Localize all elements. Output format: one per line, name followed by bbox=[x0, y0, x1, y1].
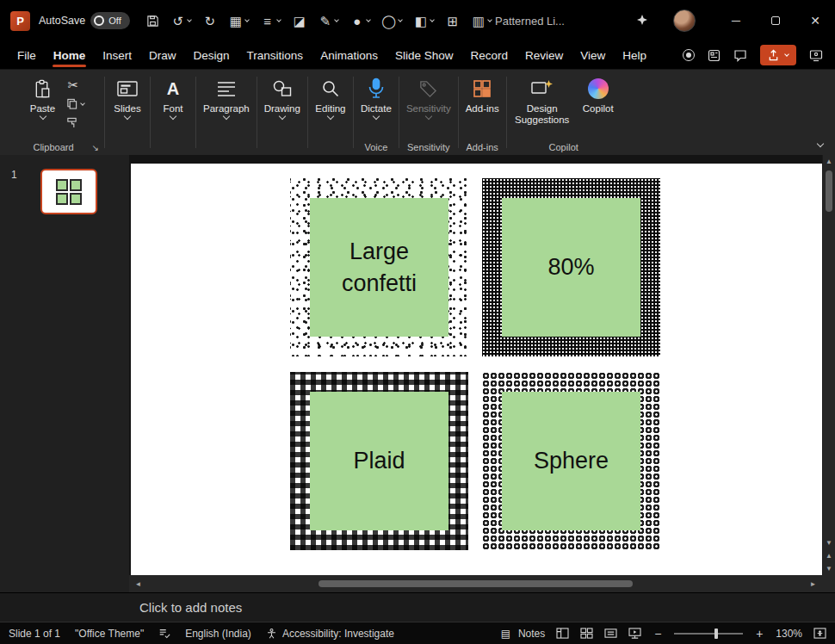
tab-file[interactable]: File bbox=[9, 41, 45, 69]
divider bbox=[506, 77, 507, 148]
quick-access-toolbar: ↺ ↻ ▦ ≡ ◪ ✎ ● ◯ ◧ ⊞ ▥ bbox=[142, 8, 496, 34]
slide-thumbnail-1[interactable] bbox=[40, 169, 97, 214]
pen-button[interactable]: ✎ bbox=[313, 8, 343, 34]
tab-transitions[interactable]: Transitions bbox=[238, 41, 312, 69]
normal-view-button[interactable] bbox=[556, 628, 569, 639]
table-button[interactable]: ▦ bbox=[224, 8, 253, 34]
autosave-toggle[interactable]: Off bbox=[90, 12, 130, 29]
designer-icon[interactable] bbox=[708, 49, 721, 62]
slide-count-indicator[interactable]: Slide 1 of 1 bbox=[9, 628, 60, 640]
copilot-group-label: Copilot bbox=[549, 139, 578, 155]
editing-button[interactable]: Editing bbox=[311, 74, 350, 120]
tab-draw[interactable]: Draw bbox=[140, 41, 185, 69]
copilot-sparkle-icon[interactable] bbox=[635, 14, 649, 28]
shape-text: 80% bbox=[547, 251, 594, 282]
record-icon[interactable] bbox=[683, 49, 695, 61]
comments-icon[interactable] bbox=[733, 49, 747, 62]
shape-80-percent[interactable]: 80% bbox=[482, 178, 660, 356]
save-button[interactable] bbox=[142, 8, 164, 34]
format-painter-button[interactable] bbox=[66, 116, 84, 129]
notes-placeholder[interactable]: Click to add notes bbox=[139, 600, 242, 615]
spellcheck-button[interactable] bbox=[158, 628, 170, 640]
content-area: 1 Large confetti 80% bbox=[0, 155, 835, 575]
chevron-down-icon bbox=[398, 17, 403, 22]
powerpoint-logo-icon[interactable]: P bbox=[10, 11, 30, 31]
save-icon bbox=[146, 15, 159, 28]
font-button[interactable]: A Font bbox=[153, 74, 193, 120]
dictate-button[interactable]: Dictate bbox=[356, 74, 396, 120]
user-avatar[interactable] bbox=[673, 9, 696, 32]
eraser-button[interactable]: ◪ bbox=[288, 8, 311, 34]
paste-button[interactable]: Paste bbox=[23, 74, 63, 120]
tab-home[interactable]: Home bbox=[45, 41, 95, 69]
tab-record[interactable]: Record bbox=[461, 41, 516, 69]
scroll-right-arrow[interactable]: ► bbox=[807, 578, 820, 591]
fill-color-icon: ◧ bbox=[413, 15, 428, 28]
design-suggestions-button[interactable]: Design Suggestions bbox=[510, 74, 575, 127]
previous-slide-button[interactable]: ▲ bbox=[823, 549, 835, 562]
copilot-button[interactable]: Copilot bbox=[578, 74, 618, 115]
slide-sorter-view-button[interactable] bbox=[580, 628, 593, 639]
zoom-slider-thumb[interactable] bbox=[714, 629, 718, 639]
vertical-scroll-thumb[interactable] bbox=[826, 170, 832, 212]
collapse-ribbon-chevron[interactable] bbox=[817, 140, 824, 147]
cut-button[interactable]: ✂ bbox=[66, 78, 84, 91]
slide-canvas[interactable]: Large confetti 80% Plaid Sphere bbox=[131, 164, 822, 575]
copy-button[interactable] bbox=[66, 97, 84, 110]
ink-color-button[interactable]: ● bbox=[345, 8, 374, 34]
presenter-icon[interactable] bbox=[809, 49, 823, 62]
scroll-down-arrow[interactable]: ▼ bbox=[823, 536, 835, 549]
shape-sphere[interactable]: Sphere bbox=[482, 372, 660, 550]
reading-view-button[interactable] bbox=[604, 628, 617, 639]
tab-review[interactable]: Review bbox=[516, 41, 572, 69]
shapes-button[interactable]: ◯ bbox=[377, 8, 406, 34]
drawing-button[interactable]: Drawing bbox=[260, 74, 305, 120]
addins-button[interactable]: Add-ins bbox=[461, 74, 504, 115]
autosave-control[interactable]: AutoSave Off bbox=[39, 12, 130, 29]
tab-animations[interactable]: Animations bbox=[312, 41, 387, 69]
paragraph-button[interactable]: Paragraph bbox=[199, 74, 254, 120]
slides-button[interactable]: Slides bbox=[108, 74, 147, 120]
horizontal-scrollbar[interactable]: ◄ ► bbox=[129, 575, 822, 592]
tab-insert[interactable]: Insert bbox=[94, 41, 140, 69]
shape-large-confetti[interactable]: Large confetti bbox=[290, 178, 468, 356]
divider bbox=[399, 77, 399, 148]
scroll-up-arrow[interactable]: ▲ bbox=[823, 155, 835, 168]
tab-view[interactable]: View bbox=[572, 41, 614, 69]
horizontal-scrollbar-row: ◄ ► bbox=[0, 575, 835, 592]
zoom-slider[interactable] bbox=[674, 633, 743, 635]
clipboard-dialog-launcher[interactable]: ↘ bbox=[92, 144, 99, 152]
slideshow-view-button[interactable] bbox=[628, 628, 641, 639]
close-button[interactable]: ✕ bbox=[795, 0, 835, 41]
zoom-out-button[interactable]: − bbox=[653, 627, 663, 641]
layout-button[interactable]: ▥ bbox=[467, 8, 496, 34]
zoom-level[interactable]: 130% bbox=[776, 628, 802, 640]
fill-color-button[interactable]: ◧ bbox=[409, 8, 438, 34]
shape-plaid[interactable]: Plaid bbox=[290, 372, 468, 550]
zoom-in-button[interactable]: + bbox=[754, 627, 764, 641]
tab-design[interactable]: Design bbox=[185, 41, 238, 69]
tab-slide-show[interactable]: Slide Show bbox=[387, 41, 462, 69]
notes-toggle-button[interactable]: ▤ Notes bbox=[498, 628, 545, 640]
notes-pane[interactable]: Click to add notes bbox=[0, 592, 835, 622]
redo-button[interactable]: ↻ bbox=[198, 8, 221, 34]
undo-button[interactable]: ↺ bbox=[166, 8, 195, 34]
scroll-left-arrow[interactable]: ◄ bbox=[132, 578, 145, 591]
accessibility-status[interactable]: Accessibility: Investigate bbox=[266, 628, 394, 640]
vertical-scrollbar[interactable]: ▲ ▼ ▲ ▼ bbox=[822, 155, 835, 575]
maximize-button[interactable] bbox=[756, 0, 795, 41]
drawing-group: Drawing bbox=[260, 70, 305, 155]
fit-to-window-button[interactable] bbox=[813, 628, 826, 639]
tab-help[interactable]: Help bbox=[614, 41, 655, 69]
addins-group-label: Add-ins bbox=[467, 139, 498, 155]
horizontal-scroll-thumb[interactable] bbox=[319, 580, 633, 587]
chevron-down-icon bbox=[366, 17, 371, 22]
next-slide-button[interactable]: ▼ bbox=[823, 562, 835, 575]
sensitivity-button[interactable]: Sensitivity bbox=[402, 74, 455, 120]
align-button[interactable]: ≡ bbox=[256, 8, 285, 34]
theme-name[interactable]: "Office Theme" bbox=[75, 628, 144, 640]
table-grid-button[interactable]: ⊞ bbox=[441, 8, 464, 34]
share-button[interactable] bbox=[760, 45, 796, 65]
minimize-button[interactable]: ─ bbox=[716, 0, 756, 41]
language-indicator[interactable]: English (India) bbox=[185, 628, 251, 640]
